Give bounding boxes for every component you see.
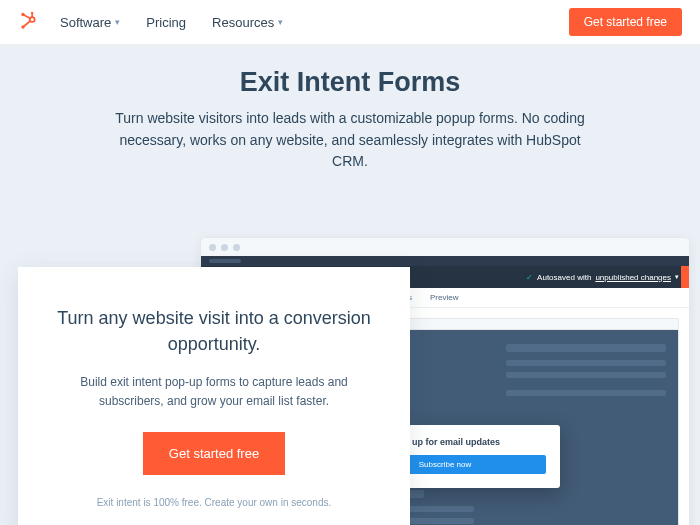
- hero-section: Exit Intent Forms Turn website visitors …: [0, 45, 700, 525]
- chevron-down-icon: ▾: [278, 17, 283, 27]
- hubspot-logo-icon[interactable]: [18, 12, 38, 32]
- card-body: Build exit intent pop-up forms to captur…: [50, 373, 378, 410]
- chevron-down-icon: ▾: [675, 273, 679, 281]
- window-controls: [201, 238, 689, 256]
- chevron-down-icon: ▾: [115, 17, 120, 27]
- card-headline: Turn any website visit into a conversion…: [50, 305, 378, 357]
- top-nav: Software▾ Pricing Resources▾ Get started…: [0, 0, 700, 45]
- hero-subtitle: Turn website visitors into leads with a …: [115, 108, 585, 173]
- card-cta-button[interactable]: Get started free: [143, 432, 285, 475]
- svg-point-6: [31, 12, 34, 14]
- autosave-link: unpublished changes: [595, 273, 671, 282]
- mockup-breadcrumb-bar: [201, 256, 689, 266]
- get-started-button[interactable]: Get started free: [569, 8, 682, 36]
- hero-title: Exit Intent Forms: [0, 67, 700, 98]
- card-fineprint: Exit intent is 100% free. Create your ow…: [50, 497, 378, 508]
- tab-item: Preview: [430, 293, 458, 302]
- nav-software[interactable]: Software▾: [60, 15, 120, 30]
- svg-point-7: [31, 18, 34, 21]
- nav-resources[interactable]: Resources▾: [212, 15, 283, 30]
- orange-accent: [681, 266, 689, 288]
- svg-point-5: [21, 25, 24, 28]
- check-icon: ✓: [526, 273, 533, 282]
- autosave-text: Autosaved with: [537, 273, 591, 282]
- nav-pricing[interactable]: Pricing: [146, 15, 186, 30]
- nav-links: Software▾ Pricing Resources▾: [60, 15, 283, 30]
- svg-line-2: [23, 20, 32, 28]
- svg-point-4: [21, 13, 24, 16]
- promo-card: Turn any website visit into a conversion…: [18, 267, 410, 525]
